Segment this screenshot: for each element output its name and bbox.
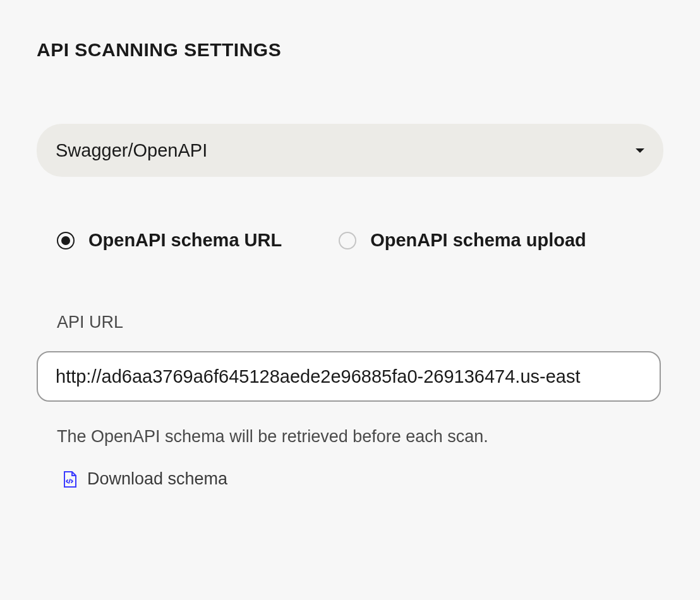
download-schema-link[interactable]: Download schema	[57, 469, 663, 489]
radio-icon	[57, 232, 75, 249]
radio-label: OpenAPI schema URL	[88, 230, 282, 251]
radio-dot-icon	[61, 236, 70, 245]
schema-source-radio-group: OpenAPI schema URL OpenAPI schema upload	[37, 230, 663, 251]
radio-label: OpenAPI schema upload	[370, 230, 586, 251]
radio-option-schema-upload[interactable]: OpenAPI schema upload	[339, 230, 586, 251]
page-title: API SCANNING SETTINGS	[37, 39, 663, 61]
api-url-input[interactable]	[37, 351, 661, 402]
api-type-dropdown[interactable]: Swagger/OpenAPI	[37, 124, 663, 177]
api-url-section: API URL The OpenAPI schema will be retri…	[37, 313, 663, 489]
dropdown-selected-label: Swagger/OpenAPI	[56, 140, 207, 161]
radio-option-schema-url[interactable]: OpenAPI schema URL	[57, 230, 282, 251]
download-schema-label: Download schema	[87, 469, 227, 489]
helper-text: The OpenAPI schema will be retrieved bef…	[57, 427, 663, 447]
code-file-icon	[62, 471, 77, 488]
api-url-label: API URL	[57, 313, 663, 332]
radio-icon	[339, 232, 356, 249]
caret-down-icon	[636, 148, 644, 153]
